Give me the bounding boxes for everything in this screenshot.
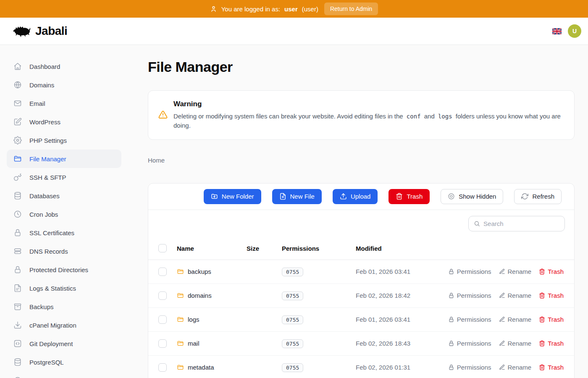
file-toolbar: New FolderNew FileUploadTrashShow Hidden… <box>148 184 574 210</box>
sidebar-item-email[interactable]: Email <box>7 94 121 113</box>
permissions-action[interactable]: Permissions <box>448 316 491 323</box>
file-plus-icon <box>279 193 286 200</box>
row-checkbox[interactable] <box>158 339 167 348</box>
user-avatar[interactable]: U <box>568 24 581 38</box>
sidebar-item-cpanel-migration[interactable]: cPanel Migration <box>7 316 121 334</box>
logged-in-text: You are logged in as: <box>221 5 280 13</box>
table-row-logs: logs0755Feb 01, 2026 03:41PermissionsRen… <box>148 308 574 332</box>
row-checkbox[interactable] <box>158 363 167 372</box>
app-header: Jabali U <box>0 18 588 45</box>
permissions-action[interactable]: Permissions <box>448 292 491 299</box>
sidebar-item-label: DNS Records <box>29 248 68 255</box>
archive-icon <box>13 302 22 311</box>
folder-icon <box>13 155 22 163</box>
trash-button[interactable]: Trash <box>388 189 430 204</box>
button-label: Show Hidden <box>459 193 496 200</box>
language-flag-icon[interactable] <box>552 28 562 34</box>
search-input[interactable] <box>483 220 559 227</box>
trash-icon <box>396 193 403 200</box>
refresh-icon <box>521 193 528 200</box>
lock-icon <box>13 265 22 274</box>
show-hidden-button[interactable]: Show Hidden <box>441 189 503 204</box>
sidebar-item-protected-directories[interactable]: Protected Directories <box>7 260 121 279</box>
refresh-button[interactable]: Refresh <box>514 189 562 204</box>
folder-icon <box>177 316 184 323</box>
clock-icon <box>13 210 22 218</box>
sidebar-item-wordpress[interactable]: WordPress <box>7 113 121 131</box>
sidebar-item-domains[interactable]: Domains <box>7 76 121 94</box>
permissions-badge: 0755 <box>282 339 303 348</box>
trash-action[interactable]: Trash <box>539 268 564 275</box>
sidebar-item-dns-records[interactable]: DNS Records <box>7 242 121 260</box>
trash-action[interactable]: Trash <box>539 364 564 371</box>
column-header-modified: Modified <box>356 245 564 252</box>
rename-action[interactable]: Rename <box>499 292 532 299</box>
mail-icon <box>13 99 22 108</box>
lock-icon <box>448 316 454 323</box>
download-icon <box>13 321 22 329</box>
code-icon <box>13 339 22 348</box>
row-actions: PermissionsRenameTrash <box>448 268 564 275</box>
lock-icon <box>13 228 22 237</box>
table-body: backups0755Feb 01, 2026 03:41Permissions… <box>148 260 574 378</box>
warning-body: Warning Deleting or modifying system fil… <box>173 100 564 130</box>
sidebar-item-cron-jobs[interactable]: Cron Jobs <box>7 205 121 223</box>
sidebar-item-databases[interactable]: Databases <box>7 186 121 205</box>
edit-icon <box>13 118 22 126</box>
upload-button[interactable]: Upload <box>333 189 378 204</box>
file-name-cell[interactable]: backups <box>177 268 247 275</box>
warning-text-before: Deleting or modifying system files can b… <box>173 113 403 120</box>
permissions-badge: 0755 <box>282 268 303 276</box>
file-name-cell[interactable]: logs <box>177 316 247 323</box>
sidebar-item-dashboard[interactable]: Dashboard <box>7 57 121 76</box>
sidebar-item-ssh-sftp[interactable]: SSH & SFTP <box>7 168 121 186</box>
permissions-action[interactable]: Permissions <box>448 364 491 371</box>
sidebar-item-file-manager[interactable]: File Manager <box>7 150 121 168</box>
rename-action[interactable]: Rename <box>499 364 532 371</box>
sidebar-item-hidden-17[interactable] <box>7 371 121 378</box>
trash-action[interactable]: Trash <box>539 292 564 299</box>
impersonation-bar: You are logged in as: user (user) Return… <box>0 0 588 18</box>
database-icon <box>13 192 22 200</box>
warning-code-logs: logs <box>436 113 454 120</box>
file-name-cell[interactable]: metadata <box>177 364 247 371</box>
sidebar-item-logs-statistics[interactable]: Logs & Statistics <box>7 279 121 297</box>
row-checkbox[interactable] <box>158 268 167 276</box>
brand-logo[interactable]: Jabali <box>13 24 67 38</box>
sidebar-item-postgresql[interactable]: PostgreSQL <box>7 353 121 371</box>
trash-action[interactable]: Trash <box>539 316 564 323</box>
file-name-cell[interactable]: mail <box>177 340 247 347</box>
return-to-admin-button[interactable]: Return to Admin <box>324 3 378 15</box>
file-name-cell[interactable]: domains <box>177 292 247 299</box>
permissions-action[interactable]: Permissions <box>448 340 491 347</box>
sidebar-item-php-settings[interactable]: PHP Settings <box>7 131 121 150</box>
row-checkbox[interactable] <box>158 315 167 324</box>
trash-action[interactable]: Trash <box>539 340 564 347</box>
breadcrumb[interactable]: Home <box>148 157 575 164</box>
trash-icon <box>539 340 545 346</box>
rename-action[interactable]: Rename <box>499 268 532 275</box>
warning-and: and <box>424 113 435 120</box>
select-all-checkbox[interactable] <box>158 244 167 252</box>
sidebar-item-git-deployment[interactable]: Git Deployment <box>7 334 121 353</box>
lock-icon <box>448 292 454 299</box>
sidebar-item-backups[interactable]: Backups <box>7 297 121 316</box>
trash-icon <box>539 292 545 299</box>
file-name: domains <box>188 292 212 299</box>
rename-action[interactable]: Rename <box>499 340 532 347</box>
brand-name: Jabali <box>35 24 67 38</box>
permissions-action[interactable]: Permissions <box>448 268 491 275</box>
new-folder-button[interactable]: New Folder <box>204 189 261 204</box>
table-header: Name Size Permissions Modified <box>148 237 574 260</box>
server-icon <box>13 247 22 255</box>
sidebar-item-ssl-certificates[interactable]: SSL Certificates <box>7 223 121 242</box>
row-actions: PermissionsRenameTrash <box>448 364 564 371</box>
lock-icon <box>448 364 454 370</box>
new-file-button[interactable]: New File <box>272 189 322 204</box>
app-shell: DashboardDomainsEmailWordPressPHP Settin… <box>0 45 588 378</box>
rename-action[interactable]: Rename <box>499 316 532 323</box>
row-checkbox[interactable] <box>158 291 167 300</box>
sidebar-item-label: Domains <box>29 81 54 89</box>
permissions-badge: 0755 <box>282 315 303 324</box>
sidebar-item-label: SSL Certificates <box>29 229 74 236</box>
